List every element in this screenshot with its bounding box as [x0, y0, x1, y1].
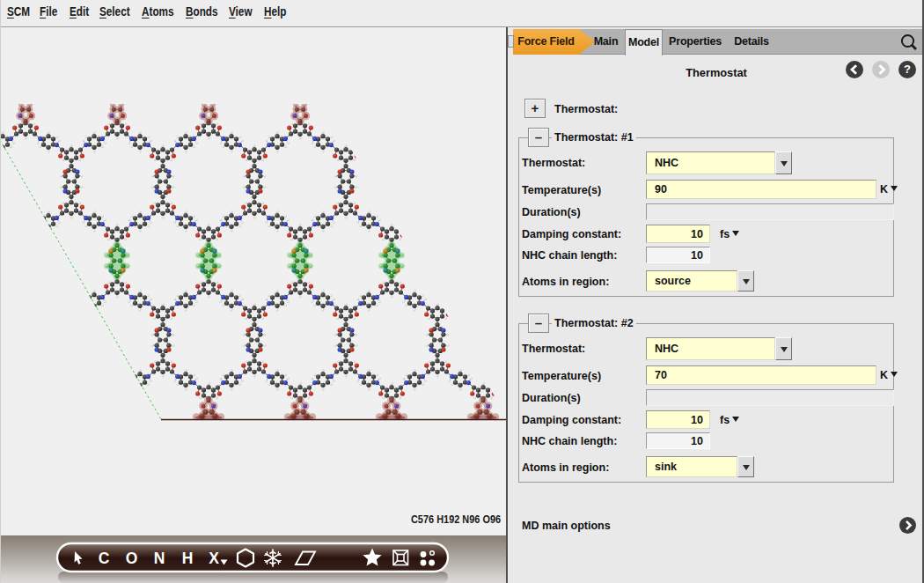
svg-text:O: O [126, 550, 138, 567]
svg-text:H: H [182, 550, 194, 567]
svg-text:X: X [209, 550, 219, 567]
svg-text:C: C [99, 550, 110, 567]
svg-text:N: N [154, 550, 165, 567]
